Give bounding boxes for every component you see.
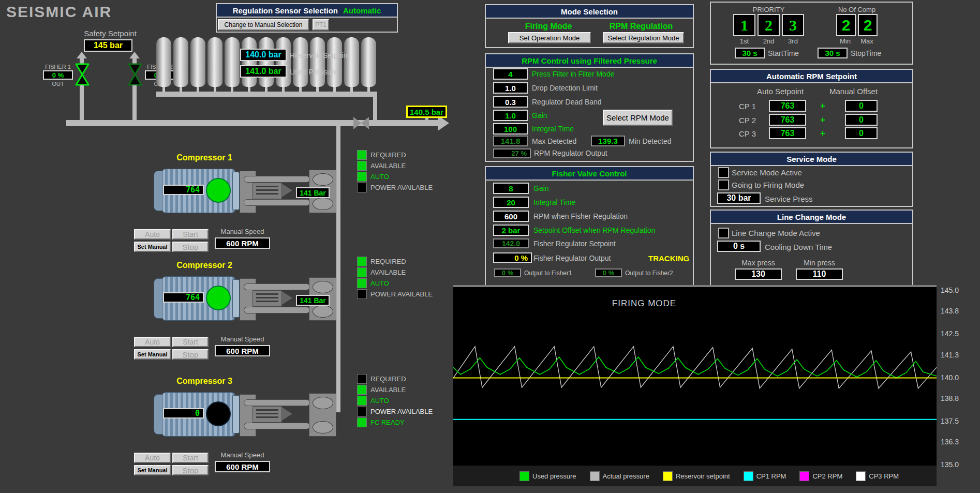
auto-button[interactable]: Auto [134,229,171,240]
comp-max-value[interactable]: 2 [858,14,878,36]
status-label: AUTO [370,279,389,287]
fisher1-name: FISHER 1 [43,64,73,70]
service-press-value[interactable]: 30 bar [717,192,761,204]
auto-button[interactable]: Auto [134,453,171,463]
legend-item: CP3 RPM [856,471,899,481]
status-indicator-row: AVAILABLE [357,385,433,394]
bottle-stem [214,87,216,92]
legend-label: Reservoir setpoint [676,472,730,480]
cp2-offset-value[interactable]: 0 [845,114,878,126]
min-press-value[interactable]: 110 [796,268,843,280]
priority-1st-value[interactable]: 1 [733,14,755,36]
cp1-label: CP 1 [739,102,756,111]
fisher-valve-control-panel: Fisher Valve Control 8 Gain 20 Integral … [485,166,694,286]
cp3-setpoint-value: 763 [769,127,806,139]
stop-button[interactable]: Stop [172,242,209,252]
rpm-gain-value[interactable]: 1.0 [493,110,528,121]
safety-setpoint-value[interactable]: 145 bar [84,39,132,52]
set-manual-button[interactable]: Set Manual [134,465,171,475]
integral-time-value[interactable]: 100 [493,123,528,135]
drop-detection-value[interactable]: 1.0 [493,82,528,94]
start-button[interactable]: Start [172,229,209,240]
motor-rpm-display: 0 [163,408,204,419]
safety-setpoint-label: Safety Setpoint [77,29,144,38]
status-led [357,150,367,160]
start-button[interactable]: Start [172,453,209,463]
going-to-firing-checkbox[interactable] [718,180,729,190]
status-indicator-row: REQUIRED [357,257,433,266]
fisher2-pipe [132,85,137,120]
cp3-plus: + [820,128,825,139]
fisher1-pipe [80,85,84,120]
motor-rpm-display: 764 [163,292,204,303]
run-status-light [206,178,231,203]
fisher-integral-value[interactable]: 20 [493,197,529,208]
manual-speed-value[interactable]: 600 RPM [215,461,270,472]
set-manual-button[interactable]: Set Manual [134,242,171,252]
change-to-manual-button[interactable]: Change to Manual Selection [218,19,309,31]
cp1-setpoint-value: 763 [769,100,806,112]
select-rpm-mode-button[interactable]: Select RPM Mode [603,110,673,126]
run-status-light [206,286,231,310]
regulation-sensor-title: Regulation Sensor Selection [233,6,338,15]
stop-button[interactable]: Stop [172,349,209,360]
manual-speed-value[interactable]: 600 RPM [215,237,270,249]
priority-2nd-label: 2nd [758,37,780,45]
set-manual-button[interactable]: Set Manual [134,349,171,360]
going-to-firing-label: Going to Firing Mode [732,181,804,189]
manual-speed-label: Manual Speed [215,335,270,343]
manual-speed-value[interactable]: 600 RPM [215,345,270,356]
start-time-value[interactable]: 30 s [735,48,765,58]
air-bottle [190,37,205,87]
setpoint-offset-value[interactable]: 2 bar [493,225,529,236]
motor-right-cap [232,172,240,210]
line-change-active-checkbox[interactable] [718,228,729,238]
manual-speed-label: Manual Speed [215,451,270,459]
start-button[interactable]: Start [172,337,209,347]
fisher-rpm-value[interactable]: 600 [493,211,529,222]
select-regulation-mode-button[interactable]: Select Regulation Mode [603,32,684,43]
main-line-valve-icon[interactable] [353,117,369,129]
fisher2-valve-icon[interactable] [127,63,143,86]
fisher-gain-value[interactable]: 8 [493,183,529,194]
auto-button[interactable]: Auto [134,337,171,347]
reservoir-setpoint-value[interactable]: 140.0 bar [240,49,287,61]
y-axis-tick: 141.3 [941,351,967,359]
status-led [357,172,367,182]
cp1-offset-value[interactable]: 0 [845,100,878,112]
main-header-pipe [66,120,438,126]
legend-item: CP2 RPM [799,471,842,481]
set-operation-mode-button[interactable]: Set Operation Mode [508,32,591,43]
regulation-sensor-header: Regulation Sensor Selection Automatic [217,4,397,18]
fisher-output-label: Fisher Regulator Output [533,254,611,262]
priority-3rd-value[interactable]: 3 [782,14,804,36]
cooling-down-value[interactable]: 0 s [717,241,761,252]
stop-time-value[interactable]: 30 s [818,48,848,58]
indicator-group-3: REQUIREDAVAILABLEAUTOPOWER AVAILABLEFC R… [357,375,433,429]
status-label: REQUIRED [370,375,406,383]
firing-mode-label: Firing Mode [515,22,582,31]
fisher2-flow-arrow-icon [129,52,140,58]
comp-min-value[interactable]: 2 [836,14,856,36]
priority-3rd-label: 3rd [782,37,804,45]
service-mode-active-checkbox[interactable] [718,167,729,178]
start-time-label: StartTime [768,49,799,57]
service-mode-panel: Service Mode Service Mode Active Going t… [710,152,913,207]
auto-rpm-setpoint-panel: Automatic RPM Setpoint Auto Setpoint Man… [710,69,913,148]
rpm-regulator-output-label: RPM Regulator Output [534,149,607,157]
pt1-button[interactable]: PT1 [313,19,329,31]
dead-band-label: Regulator Dead Band [532,98,602,106]
auto-setpoint-col-label: Auto Setpoint [757,87,804,96]
dead-band-value[interactable]: 0.3 [493,96,528,108]
motor-right-cap [232,279,240,318]
fisher1-valve-icon[interactable] [75,63,90,86]
output-fisher2-value: 0 % [595,268,622,277]
cp3-offset-value[interactable]: 0 [845,127,878,139]
max-press-value[interactable]: 130 [735,268,782,280]
stop-button[interactable]: Stop [172,465,209,475]
legend-item: Reservoir setpoint [663,471,730,481]
mode-selection-header: Mode Selection [486,5,693,19]
press-filter-value[interactable]: 4 [493,68,528,80]
priority-2nd-value[interactable]: 2 [758,14,780,36]
y-axis-tick: 143.8 [941,307,967,315]
